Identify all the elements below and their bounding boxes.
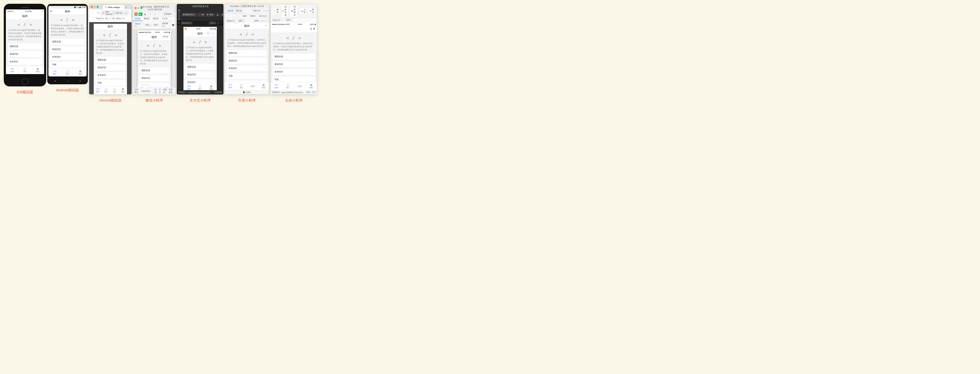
cell-view[interactable]: 视图容器﹀ <box>8 43 43 49</box>
cell-form[interactable]: 表单组件﹀ <box>95 72 126 78</box>
tab-debugger[interactable]: 调试器 <box>151 17 160 21</box>
network-select[interactable]: WiFi <box>153 24 160 27</box>
expand-icon[interactable]: ⛶ <box>264 10 266 12</box>
home-button[interactable]: ○ <box>67 80 68 82</box>
cell-basic[interactable]: 基础内容﹀ <box>226 57 267 64</box>
tab-simulator[interactable]: 模拟器 <box>133 17 142 21</box>
seg-sim[interactable]: 模拟器 <box>226 9 235 13</box>
tool-button[interactable]: ◧ <box>143 13 147 16</box>
cell-view[interactable]: 视图容器﹀ <box>95 57 126 63</box>
device-select[interactable]: Pixel 2 ▾ <box>96 18 104 20</box>
capsule-menu[interactable]: ≡ <box>310 27 312 30</box>
preview-button[interactable]: ▶ 预览 <box>206 13 215 17</box>
device-select[interactable]: Nexus 5x <box>181 22 192 24</box>
rotate-icon[interactable]: ⟲ <box>123 18 124 20</box>
avatar-icon[interactable] <box>134 12 138 16</box>
zoom-select[interactable]: 86% ▾ <box>116 18 122 20</box>
tab-cloud[interactable]: 云开发 <box>160 17 169 21</box>
refresh-button[interactable]: ⟳ 刷新页面 <box>281 5 288 17</box>
upload-button[interactable]: ⬆ <box>221 13 223 16</box>
menu-icon[interactable]: ≡ <box>267 10 268 12</box>
tab-component[interactable]: </>组件 <box>138 85 146 88</box>
tab-template[interactable]: ▦模板 <box>258 82 269 90</box>
cell-nav[interactable]: 导航﹀ <box>226 73 267 79</box>
mute-icon[interactable]: 🔇 <box>172 24 174 26</box>
tab-template[interactable]: ▦模板 <box>163 85 171 88</box>
more-icon[interactable]: ⋯ <box>265 24 267 27</box>
collapse-icon[interactable]: ⇤ <box>178 22 180 24</box>
reload-icon[interactable]: ⟳ <box>97 12 99 14</box>
tab-api[interactable]: ◯接口 <box>146 85 154 88</box>
browser-tab[interactable]: ▢ hello-uniapp × <box>103 5 124 9</box>
zoom-select[interactable]: 75% <box>209 22 216 24</box>
refresh-icon[interactable]: ⟳ <box>217 22 219 24</box>
tab-api[interactable]: ◯接口 <box>102 86 111 94</box>
background-label[interactable]: 切后台 <box>245 91 251 93</box>
tab-api[interactable]: ◯接口 <box>236 82 247 90</box>
capsule-close[interactable]: ✕ <box>313 27 315 30</box>
device-select[interactable]: Nexus 5 <box>134 22 143 27</box>
network-select[interactable]: WiFi <box>285 19 293 22</box>
cell-view[interactable]: 视图容器﹀ <box>139 67 169 74</box>
compile-button[interactable]: ▶ <box>138 13 143 16</box>
dim-w[interactable]: 411 <box>105 18 108 20</box>
cell-nav[interactable]: 导航﹀ <box>50 61 85 68</box>
tab-component[interactable]: </>组件 <box>6 66 19 74</box>
forward-icon[interactable]: → <box>94 12 96 14</box>
cell-form[interactable]: 表单组件﹀ <box>185 79 215 83</box>
cell-form[interactable]: 表单组件﹀ <box>226 65 267 72</box>
cell-form[interactable]: 表单组件﹀ <box>272 68 315 75</box>
depend-select[interactable]: 依赖分析 <box>252 9 263 13</box>
tab-component[interactable]: </>组件 <box>183 84 195 90</box>
minimize-window-icon[interactable] <box>94 6 95 8</box>
cell-view[interactable]: 视图容器﹀ <box>272 53 315 60</box>
cell-nav[interactable]: 导航﹀ <box>95 80 126 86</box>
capsule-menu[interactable]: ••• | ◎ <box>162 35 169 38</box>
zoom-slider[interactable] <box>260 21 268 21</box>
menu-dzt[interactable]: 数字天堂 <box>178 9 180 20</box>
cell-basic[interactable]: 基础内容﹀ <box>139 75 169 81</box>
close-tab-icon[interactable]: × <box>121 6 122 8</box>
tab-js[interactable]: { }{JS} <box>110 86 119 94</box>
tab-api[interactable]: ◯接口 <box>61 68 74 76</box>
tab-component[interactable]: </>组件 <box>48 68 61 76</box>
menu-icon[interactable]: ⋮ <box>130 12 132 14</box>
compile-mode-select[interactable]: 普通编译 <box>163 12 174 16</box>
cell-form[interactable]: 表单组件﹀ <box>8 59 43 65</box>
upload-button[interactable]: ☁ 上传 <box>300 8 307 14</box>
preview-button[interactable]: 👁 预览 <box>308 8 315 14</box>
tab-component[interactable]: </>组件 <box>225 82 236 90</box>
sim-ops-select[interactable]: 模拟操作 <box>161 22 171 28</box>
cell-view[interactable]: 视图容器﹀ <box>226 50 267 56</box>
tab-js[interactable]: {JS} <box>247 82 258 90</box>
device-select[interactable]: Nexus 5 <box>226 19 237 22</box>
tab-template[interactable]: ▦模板 <box>205 84 217 90</box>
dim-h[interactable]: 731 <box>112 18 115 20</box>
tab-api[interactable]: ◯接口 <box>195 84 206 90</box>
cell-basic[interactable]: 基础内容﹀ <box>95 64 126 71</box>
cell-view[interactable]: 视图容器﹀ <box>50 38 85 45</box>
more-icon[interactable]: ⋯ <box>220 22 222 24</box>
compile-mode[interactable]: 普通编译模式 <box>182 13 197 16</box>
star-icon[interactable]: ☆ <box>125 12 127 14</box>
cell-form[interactable]: 表单组件﹀ <box>50 54 85 60</box>
tab-editor[interactable]: 编辑器 <box>142 17 151 21</box>
tool-button[interactable]: ⟳ <box>148 13 152 16</box>
tab-template[interactable]: ▦模板 <box>305 82 317 90</box>
recent-button[interactable]: □ <box>80 80 81 82</box>
tab-api[interactable]: ◯接口 <box>282 82 294 90</box>
back-button[interactable]: ◁ <box>54 80 56 82</box>
clear-button[interactable]: 🗑 清除缓存 <box>290 5 298 17</box>
back-icon[interactable]: ← <box>91 12 93 14</box>
debug-button[interactable]: 🐞 调 <box>198 13 205 17</box>
tab-component[interactable]: </>组件 <box>270 82 282 90</box>
tab-template[interactable]: ▦模板 <box>119 86 127 94</box>
home-button[interactable] <box>22 78 29 85</box>
tool-button[interactable]: ⊙ <box>153 13 157 16</box>
device-select[interactable]: Nexus 5 <box>272 19 282 22</box>
cell-basic[interactable]: 基础内容﹀ <box>272 61 315 67</box>
cell-basic[interactable]: 基础内容﹀ <box>50 46 85 53</box>
compile-button[interactable]: 编译 <box>242 14 248 18</box>
gear-icon[interactable]: ⚙ <box>50 10 52 13</box>
close-window-icon[interactable] <box>91 6 93 8</box>
